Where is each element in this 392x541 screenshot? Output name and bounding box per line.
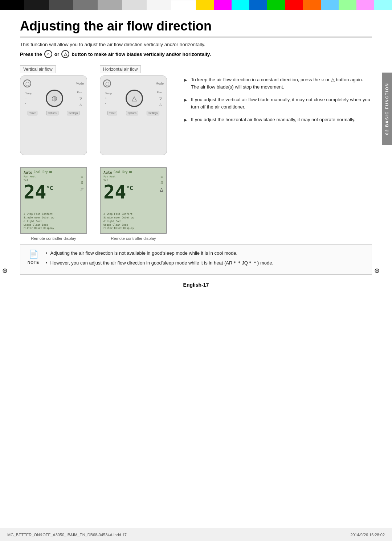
display-icons-v: ≣ ♫ ☞: [80, 175, 83, 193]
footer-right: 2014/9/26 16:28:02: [350, 533, 385, 537]
note-text-1: Adjusting the air flow direction is not …: [50, 250, 238, 257]
note-box: 📄 NOTE • Adjusting the air flow directio…: [20, 244, 372, 275]
note-dot-1: •: [46, 250, 48, 257]
display-heat-h: Heat: [110, 175, 116, 178]
swatch-yellow: [196, 0, 214, 10]
display-icon-leaf-h: ♫: [160, 180, 163, 184]
display-heat-v: Heat: [30, 175, 36, 178]
remote-right-controls-v: Fan ▿ △: [77, 91, 82, 106]
fan-label-h: Fan: [157, 91, 162, 94]
remote-middle-h: Temp + - △ Fan ▿ △: [103, 90, 164, 107]
swatch-magenta: [214, 0, 232, 10]
display-step-fast-v: 2 Step Fast Comfort: [24, 213, 83, 216]
display-icon-leaf-v: ♫: [81, 180, 83, 184]
horizontal-airflow-group: Horizontal air flow ◯ Mode Temp + - △: [100, 65, 172, 155]
display-temp-area-h: 24 °C: [103, 183, 163, 201]
section-tab: 02 BASIC FUNCTION: [382, 73, 392, 145]
note-content: • Adjusting the air flow direction is no…: [46, 250, 273, 269]
note-document-icon: 📄: [29, 250, 38, 259]
note-icon-area: 📄 NOTE: [26, 250, 41, 265]
horizontal-flow-icon: △: [132, 94, 137, 102]
remote-top-row-v: ◯ Mode: [23, 79, 84, 87]
display-cool-v: Cool Dry: [34, 171, 48, 175]
timer-btn-h: Timer: [107, 111, 118, 115]
remote-top-row-h: ◯ Mode: [103, 79, 164, 87]
bullet-text-1: To keep the air flow direction in a cons…: [191, 76, 372, 90]
vertical-airflow-label: Vertical air flow: [20, 65, 56, 73]
bullet-item-1: ► To keep the air flow direction in a co…: [183, 76, 372, 90]
bullet-item-2: ► If you adjust the vertical air flow bl…: [183, 96, 372, 110]
swatch-lmagenta: [356, 0, 374, 10]
intro-text: This function will allow you to adjust t…: [20, 42, 372, 47]
swatch-white2: [147, 0, 171, 10]
swatch-black1: [0, 0, 24, 10]
display-auto-h: Auto: [103, 171, 112, 175]
swatch-gray3: [98, 0, 122, 10]
remote-right-controls-h: Fan ▿ △: [157, 91, 162, 106]
temp-label-h: Temp: [105, 92, 112, 95]
cursor-icon-h: △: [160, 186, 163, 193]
options-btn-h: Options: [126, 111, 138, 115]
options-btn-v: Options: [46, 111, 58, 115]
swatch-gray1: [49, 0, 73, 10]
remote-bottom-row-v: Timer Options Settings: [23, 111, 84, 115]
display-fan-h: Fan: [103, 175, 108, 178]
display-single-quiet-h: Single user Quiet ○○: [103, 216, 163, 220]
instruction-prefix: Press the: [20, 52, 42, 57]
swatch-gray2: [73, 0, 98, 10]
bullets-column: ► To keep the air flow direction in a co…: [180, 65, 372, 130]
cursor-icon-v: ☞: [80, 186, 83, 193]
display-degree-v: °C: [46, 185, 53, 191]
bullet-arrow-2: ►: [183, 97, 188, 104]
display-bottom-text-v: 2 Step Fast Comfort Single user Quiet ○○…: [24, 213, 83, 230]
vertical-flow-icon: ◍: [52, 94, 57, 102]
note-dot-2: •: [46, 259, 48, 267]
horizontal-display-group: Auto Cool Dry ▩▩ Fan Heat Set 24 °C ≣: [100, 163, 172, 241]
bullet-arrow-1: ►: [183, 77, 188, 84]
swatch-white1: [122, 0, 146, 10]
display-temp-h: 24: [103, 183, 126, 201]
registration-mark-left: ⊕: [2, 267, 8, 275]
display-filter-reset-h: Filter Reset Display: [103, 227, 163, 230]
vertical-airflow-button: ◍: [46, 90, 63, 107]
display-usage-clean-h: Usage Clean Beep: [103, 224, 163, 227]
power-button-h: ◯: [103, 79, 111, 87]
display-fan-heat-h: Fan Heat: [103, 175, 163, 178]
bullet-arrow-3: ►: [183, 116, 188, 124]
display-filter-reset-v: Filter Reset Display: [24, 227, 83, 230]
swatch-cyan: [232, 0, 249, 10]
footer-left: MG_BETTER_ON&OFF_A3050_IB&IM_EN_DB68-045…: [7, 533, 127, 537]
remote-left-controls-h: Temp + -: [105, 92, 112, 105]
swatch-blue: [249, 0, 267, 10]
display-cool-h: Cool Dry: [114, 171, 128, 175]
swatch-black2: [24, 0, 49, 10]
swatch-lgreen: [339, 0, 356, 10]
display-icon-bars-h: ≣: [160, 175, 163, 179]
mode-label-h: Mode: [155, 82, 164, 85]
vertical-display-group: Auto Cool Dry ▩▩ Fan Heat Set 24 °C ≣: [20, 163, 93, 241]
swatch-orange: [303, 0, 321, 10]
instruction-suffix: button to make air flow blades verticall…: [72, 52, 211, 57]
display-auto-v: Auto: [24, 171, 32, 175]
horizontal-display-panel: Auto Cool Dry ▩▩ Fan Heat Set 24 °C ≣: [100, 167, 167, 234]
horizontal-remote-illustration: ◯ Mode Temp + - △ Fan ▿ △: [100, 75, 167, 155]
horizontal-airflow-button: △: [126, 90, 143, 107]
note-label: NOTE: [28, 261, 39, 265]
swatch-red: [285, 0, 303, 10]
remote-middle-v: Temp + - ◍ Fan ▿ △: [23, 90, 84, 107]
display-top-row-h: Auto Cool Dry ▩▩: [103, 171, 163, 175]
settings-btn-h: Settings: [147, 111, 159, 115]
display-temp-area-v: 24 °C: [24, 183, 83, 201]
note-text-2: However, you can adjust the air flow dir…: [50, 259, 274, 267]
swatch-lblue: [321, 0, 339, 10]
swatch-lcyan: [374, 0, 392, 10]
power-button-v: ◯: [23, 79, 31, 87]
vertical-airflow-group: Vertical air flow ◯ Mode Temp + - ◍: [20, 65, 93, 155]
display-panels-row: Auto Cool Dry ▩▩ Fan Heat Set 24 °C ≣: [20, 163, 372, 241]
display-light-cool-h: d'light Cool: [103, 220, 163, 224]
mode-label-v: Mode: [75, 82, 84, 85]
main-content: Adjusting the air flow direction This fu…: [20, 18, 372, 523]
horizontal-airflow-label: Horizontal air flow: [100, 65, 141, 73]
note-bullet-1: • Adjusting the air flow direction is no…: [46, 250, 273, 257]
bullet-text-2: If you adjust the vertical air flow blad…: [191, 96, 372, 110]
